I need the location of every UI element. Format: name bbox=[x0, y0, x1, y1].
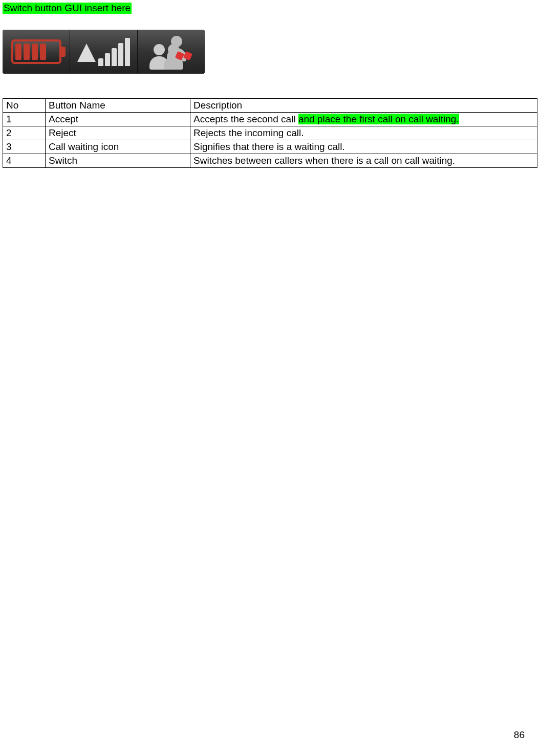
signal-icon bbox=[77, 38, 130, 66]
phone-badge-icon bbox=[176, 52, 191, 66]
cell-button-name: Reject bbox=[46, 126, 190, 140]
table-row: 1 Accept Accepts the second call and pla… bbox=[3, 113, 537, 126]
cell-description: Switches between callers when there is a… bbox=[190, 154, 537, 168]
header-description: Description bbox=[190, 99, 537, 113]
cell-button-name: Accept bbox=[46, 113, 190, 126]
battery-icon bbox=[11, 39, 61, 64]
cell-description: Rejects the incoming call. bbox=[190, 126, 537, 140]
header-button-name: Button Name bbox=[46, 99, 190, 113]
cell-no: 2 bbox=[3, 126, 46, 140]
cell-no: 1 bbox=[3, 113, 46, 126]
cell-button-name: Switch bbox=[46, 154, 190, 168]
header-note: Switch button GUI insert here bbox=[3, 3, 132, 14]
page-number: 86 bbox=[514, 729, 525, 741]
cell-no: 3 bbox=[3, 140, 46, 154]
desc-highlight: and place the first call on call waiting… bbox=[298, 114, 459, 124]
battery-panel bbox=[3, 30, 70, 74]
call-waiting-icon bbox=[148, 34, 195, 70]
table-row: 3 Call waiting icon Signifies that there… bbox=[3, 140, 537, 154]
call-waiting-panel bbox=[138, 30, 205, 74]
cell-button-name: Call waiting icon bbox=[46, 140, 190, 154]
signal-panel bbox=[70, 30, 138, 74]
header-no: No bbox=[3, 99, 46, 113]
desc-prefix: Accepts the second call bbox=[193, 114, 298, 124]
cell-description: Accepts the second call and place the fi… bbox=[190, 113, 537, 126]
table-row: 2 Reject Rejects the incoming call. bbox=[3, 126, 537, 140]
gui-image-strip bbox=[3, 30, 205, 74]
table-row: 4 Switch Switches between callers when t… bbox=[3, 154, 537, 168]
button-table: No Button Name Description 1 Accept Acce… bbox=[3, 98, 537, 168]
table-header-row: No Button Name Description bbox=[3, 99, 537, 113]
cell-description: Signifies that there is a waiting call. bbox=[190, 140, 537, 154]
cell-no: 4 bbox=[3, 154, 46, 168]
